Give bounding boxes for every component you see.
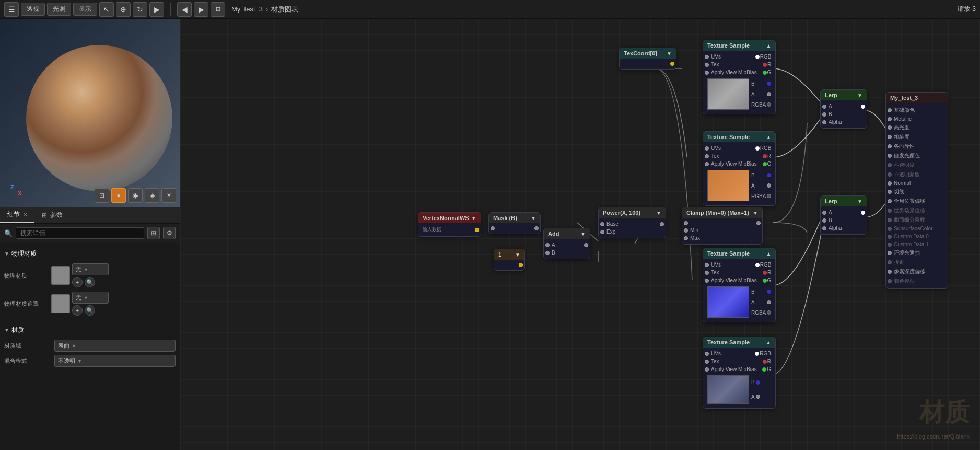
solid-btn[interactable]: ● xyxy=(111,188,126,203)
out-pdepth-pin[interactable] xyxy=(888,270,892,274)
mask-in-pin[interactable] xyxy=(491,226,495,230)
ts1-r-pin[interactable] xyxy=(763,63,767,67)
tab-details[interactable]: 细节 ✕ xyxy=(0,207,34,223)
ts4-g-pin[interactable] xyxy=(762,367,766,372)
ts2-uvs-pin[interactable] xyxy=(705,146,709,151)
add-a-pin[interactable] xyxy=(545,243,550,247)
out-wpo-pin[interactable] xyxy=(888,199,892,203)
lerp2-out-pin[interactable] xyxy=(861,211,865,215)
ts4-uvs-pin[interactable] xyxy=(705,352,709,356)
lerp-2-node[interactable]: Lerp ▼ A B Alpha xyxy=(820,195,867,235)
ts3-rgba-pin[interactable] xyxy=(767,310,771,315)
out-refract-pin[interactable] xyxy=(888,260,892,264)
power-base-pin[interactable] xyxy=(600,222,604,226)
ts2-g-pin[interactable] xyxy=(763,162,767,166)
add-node[interactable]: Add ▼ A B xyxy=(543,228,590,259)
ts4-b-pin[interactable] xyxy=(756,380,760,385)
ts2-a-pin[interactable] xyxy=(767,183,771,188)
ts4-tex-pin[interactable] xyxy=(705,360,709,364)
ts2-collapse[interactable]: ▲ xyxy=(766,134,771,140)
move-icon[interactable]: ⊕ xyxy=(116,2,131,17)
ts1-mip-pin[interactable] xyxy=(705,71,709,75)
physics-material-dropdown[interactable]: 无 ▼ xyxy=(72,263,109,275)
ts3-mip-pin[interactable] xyxy=(705,279,709,283)
lerp1-collapse[interactable]: ▼ xyxy=(857,93,862,98)
one-node[interactable]: 1 ▼ xyxy=(494,249,525,271)
breadcrumb-project[interactable]: My_test_3 xyxy=(231,5,263,13)
out-opacity-mask-pin[interactable] xyxy=(888,172,892,177)
grid-icon[interactable]: ⊞ xyxy=(211,2,225,17)
ts2-rgb-pin[interactable] xyxy=(755,146,760,151)
display-btn[interactable]: 显示 xyxy=(73,3,97,16)
refresh-icon[interactable]: ↻ xyxy=(133,2,147,17)
ts4-a-pin[interactable] xyxy=(756,395,760,399)
texture-sample-1-node[interactable]: Texture Sample ▲ UVs RGB Tex R xyxy=(703,40,776,114)
ts3-b-pin[interactable] xyxy=(767,290,771,294)
out-aniso-pin[interactable] xyxy=(888,144,892,148)
add-b-pin[interactable] xyxy=(545,251,550,255)
ts1-b-pin[interactable] xyxy=(767,82,771,86)
ts3-tex-pin[interactable] xyxy=(705,271,709,275)
out-base-pin[interactable] xyxy=(888,108,892,112)
ts4-r-pin[interactable] xyxy=(763,360,767,364)
mask-out-pin[interactable] xyxy=(534,226,539,230)
clamp-node[interactable]: Clamp (Min=0) (Max=1) ▼ Min Max xyxy=(682,207,763,245)
perspective-btn[interactable]: 透视 xyxy=(21,3,45,16)
clamp-out-pin[interactable] xyxy=(756,221,761,225)
search-input[interactable] xyxy=(16,227,144,239)
ts2-mip-pin[interactable] xyxy=(705,162,709,166)
vertex-normal-node[interactable]: VertexNormalWS ▼ 输入数据 xyxy=(418,212,481,237)
ts2-tex-pin[interactable] xyxy=(705,154,709,158)
lerp1-alpha-pin[interactable] xyxy=(822,120,826,124)
ts1-g-pin[interactable] xyxy=(763,71,767,75)
texture-sample-3-node[interactable]: Texture Sample ▲ UVs RGB Tex R xyxy=(703,248,776,322)
add-out-pin[interactable] xyxy=(584,243,588,247)
tab-params[interactable]: ⊞ 参数 xyxy=(34,207,70,223)
tab-details-close[interactable]: ✕ xyxy=(23,212,27,217)
texture-sample-2-node[interactable]: Texture Sample ▲ UVs RGB Tex R xyxy=(703,131,776,206)
lerp2-a-pin[interactable] xyxy=(822,211,826,215)
clamp-min-pin[interactable] xyxy=(684,228,688,233)
ts1-rgba-pin[interactable] xyxy=(767,102,771,107)
ts1-collapse[interactable]: ▲ xyxy=(766,43,771,49)
out-emissive-pin[interactable] xyxy=(888,154,892,158)
material-section-header[interactable]: ▼ 材质 xyxy=(4,324,176,337)
search-btn-small[interactable]: 🔍 xyxy=(85,277,95,287)
mask-b-node[interactable]: Mask (B) ▼ xyxy=(488,212,541,234)
texcoord-collapse[interactable]: ▼ xyxy=(667,51,672,56)
ts3-a-pin[interactable] xyxy=(767,300,771,304)
texcoord-node[interactable]: TexCoord[0] ▼ xyxy=(619,48,676,70)
ts1-a-pin[interactable] xyxy=(767,92,771,96)
out-tess-pin[interactable] xyxy=(888,218,892,222)
ts1-tex-pin[interactable] xyxy=(705,63,709,67)
out-metallic-pin[interactable] xyxy=(888,117,892,121)
one-collapse[interactable]: ▼ xyxy=(515,252,520,258)
wireframe-btn[interactable]: ⊡ xyxy=(95,188,109,203)
search-btn-small2[interactable]: 🔍 xyxy=(85,305,95,316)
ts1-uvs-pin[interactable] xyxy=(705,55,709,59)
out-subsurface-pin[interactable] xyxy=(888,227,892,231)
output-node[interactable]: My_test_3 基础颜色 Metallic 高光度 粗糙度 xyxy=(885,92,948,289)
ts3-r-pin[interactable] xyxy=(763,271,767,275)
lerp2-collapse[interactable]: ▼ xyxy=(857,199,862,204)
lighting-btn[interactable]: 光照 xyxy=(47,3,71,16)
lerp1-a-pin[interactable] xyxy=(822,105,826,109)
ts3-collapse[interactable]: ▲ xyxy=(766,251,771,257)
out-normal-pin[interactable] xyxy=(888,181,892,186)
lerp2-alpha-pin[interactable] xyxy=(822,226,826,230)
out-ao-pin[interactable] xyxy=(888,251,892,255)
grid-view-btn[interactable]: ⊞ xyxy=(147,227,160,239)
out-cd0-pin[interactable] xyxy=(888,235,892,239)
out-opacity-pin[interactable] xyxy=(888,163,892,167)
select-icon[interactable]: ↖ xyxy=(99,2,114,17)
forward-btn[interactable]: ▶ xyxy=(194,2,208,17)
physics-section-header[interactable]: ▼ 物理材质 xyxy=(4,247,176,260)
power-exp-pin[interactable] xyxy=(600,230,604,234)
blend-dropdown[interactable]: 不透明 ▼ xyxy=(54,355,176,367)
lerp1-out-pin[interactable] xyxy=(861,105,865,109)
clamp-in-pin[interactable] xyxy=(684,221,688,225)
menu-icon[interactable]: ☰ xyxy=(4,2,19,17)
clamp-max-pin[interactable] xyxy=(684,236,688,240)
texture-sample-4-node[interactable]: Texture Sample ▲ UVs RGB Tex R xyxy=(703,337,776,409)
ts4-rgb-pin[interactable] xyxy=(755,352,759,356)
